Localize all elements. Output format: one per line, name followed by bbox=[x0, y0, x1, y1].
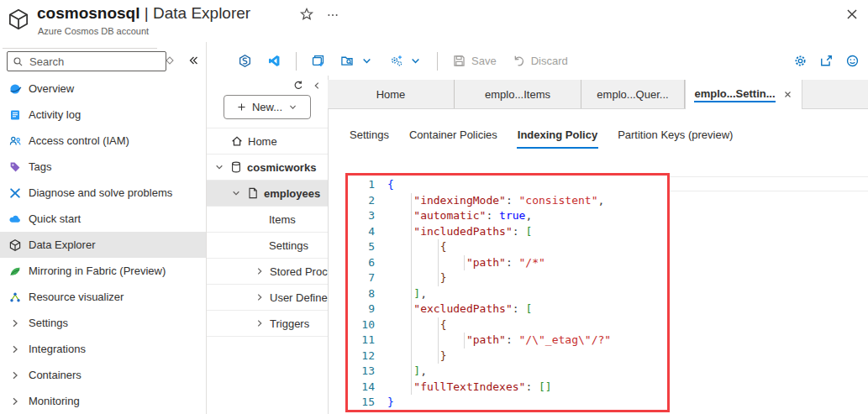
chevron-down-icon[interactable] bbox=[213, 161, 225, 173]
chevron-right-icon bbox=[8, 317, 22, 330]
tab-emplo-settin[interactable]: emplo...Settin... bbox=[685, 80, 802, 109]
tab-home[interactable]: Home bbox=[328, 80, 455, 108]
gears-icon bbox=[389, 54, 403, 68]
open-query-button[interactable] bbox=[333, 49, 381, 74]
sidebar-item-overview[interactable]: Overview bbox=[0, 76, 206, 102]
sidebar-item-settings[interactable]: Settings bbox=[0, 310, 206, 336]
sidebar-item-label: Activity log bbox=[29, 108, 81, 121]
sidebar-item-diagnose-and-solve-problems[interactable]: Diagnose and solve problems bbox=[0, 180, 206, 206]
line-number: 5 bbox=[348, 239, 375, 255]
double-chevron-left-icon[interactable] bbox=[187, 54, 200, 67]
code-line-text: } bbox=[387, 395, 667, 411]
token-pln: , bbox=[420, 287, 427, 300]
token-key: "path" bbox=[466, 256, 506, 269]
chevron-right-icon[interactable] bbox=[254, 317, 266, 329]
pin-diamond-icon[interactable] bbox=[163, 54, 176, 67]
tab-label: Home bbox=[376, 88, 406, 101]
tree-item-stored-procedures[interactable]: Stored Procedures bbox=[207, 259, 328, 285]
sidebar-item-label: Tags bbox=[29, 160, 51, 173]
save-icon bbox=[452, 54, 466, 68]
token-pln: , bbox=[420, 364, 427, 377]
refresh-icon[interactable] bbox=[292, 80, 304, 92]
indent-space bbox=[387, 225, 413, 238]
line-number: 9 bbox=[348, 301, 375, 317]
chevron-right-icon[interactable] bbox=[254, 291, 266, 303]
chevron-right-icon bbox=[8, 395, 22, 408]
gears-button[interactable] bbox=[381, 49, 430, 74]
feedback-smiley-icon[interactable] bbox=[845, 54, 860, 68]
indent-space bbox=[387, 287, 413, 300]
indent-space bbox=[387, 194, 413, 207]
search-input[interactable] bbox=[28, 55, 160, 69]
tree-item-items[interactable]: Items bbox=[207, 207, 328, 233]
indent-space bbox=[387, 271, 440, 284]
settings-gear-icon[interactable] bbox=[793, 54, 808, 68]
fabric-icon bbox=[8, 265, 22, 278]
tree-item-triggers[interactable]: Triggers bbox=[207, 311, 328, 337]
code-line-text: "includedPaths": [ bbox=[387, 224, 667, 240]
sidebar-item-mirroring-in-fabric-preview[interactable]: Mirroring in Fabric (Preview) bbox=[0, 258, 206, 284]
tab-emplo-items[interactable]: emplo...Items bbox=[455, 80, 581, 108]
subtab-partition-keys-preview[interactable]: Partition Keys (preview) bbox=[617, 124, 734, 147]
subtab-container-policies[interactable]: Container Policies bbox=[408, 124, 498, 147]
collapse-panel-icon[interactable] bbox=[311, 80, 323, 92]
sidebar-item-containers[interactable]: Containers bbox=[0, 362, 206, 388]
sidebar-item-tags[interactable]: Tags bbox=[0, 154, 206, 180]
indent-space bbox=[387, 256, 466, 269]
new-query-button[interactable] bbox=[303, 49, 333, 74]
sidebar-item-access-control-iam[interactable]: Access control (IAM) bbox=[0, 128, 206, 154]
indent-space bbox=[387, 240, 440, 253]
panel-divider bbox=[670, 191, 868, 191]
code-line-text: "indexingMode": "consistent", bbox=[387, 193, 667, 209]
tree-item-home[interactable]: Home bbox=[207, 128, 328, 155]
page-title: cosmosnosql | Data Explorer bbox=[37, 4, 250, 23]
tree-item-settings[interactable]: Settings bbox=[207, 233, 328, 259]
open-in-new-icon[interactable] bbox=[819, 54, 834, 68]
token-b2: [ bbox=[525, 302, 532, 315]
tree-item-label: Stored Procedures bbox=[270, 265, 328, 278]
chevron-right-icon[interactable] bbox=[254, 265, 266, 277]
subtab-settings[interactable]: Settings bbox=[349, 124, 390, 147]
tree-item-label: employees bbox=[264, 187, 320, 200]
tree-item-cosmicworks[interactable]: cosmicworks bbox=[207, 155, 328, 181]
sidebar-item-quick-start[interactable]: Quick start bbox=[0, 206, 206, 232]
code-line-text: "path": "/*" bbox=[387, 255, 667, 271]
synapse-button[interactable] bbox=[230, 49, 260, 74]
vscode-button[interactable] bbox=[260, 49, 289, 74]
new-button-label: New... bbox=[252, 101, 282, 113]
line-number: 3 bbox=[348, 208, 375, 224]
favorite-star-icon[interactable] bbox=[299, 7, 314, 22]
tree-item-label: Items bbox=[269, 213, 296, 226]
token-kw: true bbox=[499, 209, 525, 222]
tab-emplo-quer[interactable]: emplo...Quer... bbox=[581, 80, 685, 108]
sidebar-item-resource-visualizer[interactable]: Resource visualizer bbox=[0, 284, 206, 310]
chevron-down-icon[interactable] bbox=[230, 187, 242, 199]
close-icon[interactable] bbox=[844, 7, 860, 22]
code-line: 5 { bbox=[348, 239, 667, 255]
document-tab-strip: Homeemplo...Itemsemplo...Quer...emplo...… bbox=[328, 80, 868, 109]
toolbar-separator bbox=[437, 52, 438, 71]
sidebar-item-data-explorer[interactable]: Data Explorer bbox=[0, 232, 206, 258]
indent-guide bbox=[464, 255, 465, 271]
access-control-icon bbox=[8, 134, 22, 148]
sidebar-item-activity-log[interactable]: Activity log bbox=[0, 102, 206, 128]
more-icon[interactable] bbox=[326, 8, 339, 22]
vscode-icon bbox=[267, 54, 281, 68]
token-b3: } bbox=[440, 271, 447, 284]
sidebar-item-label: Data Explorer bbox=[29, 238, 95, 251]
sidebar-item-integrations[interactable]: Integrations bbox=[0, 336, 206, 362]
tag-icon bbox=[8, 160, 22, 174]
chevron-down-blue-icon bbox=[360, 54, 374, 68]
sidebar-item-monitoring[interactable]: Monitoring bbox=[0, 388, 206, 414]
subtab-indexing-policy[interactable]: Indexing Policy bbox=[517, 124, 598, 149]
search-box[interactable] bbox=[7, 51, 166, 71]
tree-item-user-defined-functions[interactable]: User Defined Functions bbox=[207, 285, 328, 311]
tree-item-employees[interactable]: employees bbox=[207, 181, 328, 207]
indexing-policy-editor[interactable]: 1{2 "indexingMode": "consistent",3 "auto… bbox=[345, 173, 670, 412]
tab-close-icon[interactable] bbox=[782, 89, 793, 100]
new-container-button[interactable]: New... bbox=[224, 95, 311, 119]
indent-guide bbox=[438, 270, 439, 286]
code-line: 14 "fullTextIndexes": [] bbox=[348, 380, 667, 396]
line-number: 14 bbox=[348, 380, 375, 396]
code-line-text: "fullTextIndexes": [] bbox=[387, 380, 667, 396]
